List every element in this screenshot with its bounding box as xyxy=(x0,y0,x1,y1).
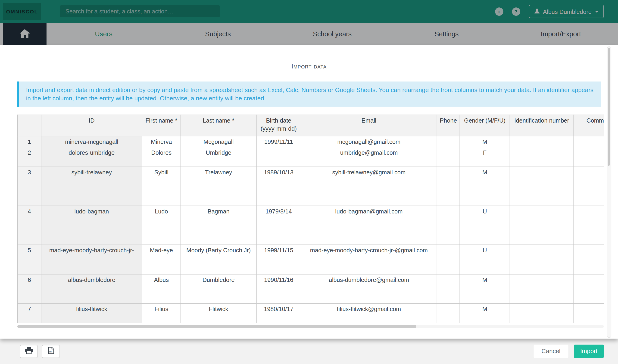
cell-last-name[interactable]: Trelawney xyxy=(181,167,256,206)
cell-email[interactable]: mad-eye-moody-barty-crouch-jr-@gmail.com xyxy=(301,245,437,274)
table-row: 7 filius-flitwick Filius Flitwick 1980/1… xyxy=(18,303,604,323)
cell-gender[interactable]: M xyxy=(460,274,510,303)
cell-email[interactable]: umbridge@gmail.com xyxy=(301,147,437,167)
col-header-birth-date[interactable]: Birth date (yyyy-mm-dd) xyxy=(256,115,301,136)
cell-identification-number[interactable] xyxy=(510,303,574,323)
footer-right-actions: Cancel Import xyxy=(534,345,604,358)
info-alert: Import and export data in direct edition… xyxy=(17,81,601,107)
cell-comment[interactable] xyxy=(574,303,604,323)
horizontal-scrollbar[interactable] xyxy=(17,325,604,328)
cell-last-name[interactable]: Mcgonagall xyxy=(181,136,256,147)
cell-identification-number[interactable] xyxy=(510,147,574,167)
cell-birth-date[interactable]: 1990/11/16 xyxy=(256,274,301,303)
cell-birth-date[interactable]: 1980/10/17 xyxy=(256,303,301,323)
cell-birth-date[interactable]: 1999/11/15 xyxy=(256,245,301,274)
cell-email[interactable]: sybill-trelawney@gmail.com xyxy=(301,167,437,206)
col-header-id[interactable]: ID xyxy=(41,115,142,136)
cell-id[interactable]: minerva-mcgonagall xyxy=(41,136,142,147)
cell-last-name[interactable]: Bagman xyxy=(181,206,256,245)
cell-email[interactable]: albus-dumbledore@gmail.com xyxy=(301,274,437,303)
cell-identification-number[interactable] xyxy=(510,274,574,303)
horizontal-scrollbar-thumb[interactable] xyxy=(17,325,416,328)
csv-file-icon: csv xyxy=(48,347,54,355)
vertical-scrollbar[interactable] xyxy=(607,47,611,338)
col-header-last-name[interactable]: Last name * xyxy=(181,115,256,136)
cancel-button[interactable]: Cancel xyxy=(534,345,568,358)
table-row: 5 mad-eye-moody-barty-crouch-jr- Mad-eye… xyxy=(18,245,604,274)
cell-phone[interactable] xyxy=(437,167,460,206)
col-header-email[interactable]: Email xyxy=(301,115,437,136)
col-header-phone[interactable]: Phone xyxy=(437,115,460,136)
cell-gender[interactable]: U xyxy=(460,206,510,245)
cell-birth-date[interactable] xyxy=(256,147,301,167)
cell-id[interactable]: ludo-bagman xyxy=(41,206,142,245)
cell-comment[interactable] xyxy=(574,206,604,245)
cell-phone[interactable] xyxy=(437,147,460,167)
cell-id[interactable]: mad-eye-moody-barty-crouch-jr- xyxy=(41,245,142,274)
cell-first-name[interactable]: Filius xyxy=(142,303,181,323)
row-number-cell[interactable]: 3 xyxy=(18,167,41,206)
row-number-cell[interactable]: 7 xyxy=(18,303,41,323)
cell-id[interactable]: dolores-umbridge xyxy=(41,147,142,167)
cell-identification-number[interactable] xyxy=(510,167,574,206)
cell-id[interactable]: albus-dumbledore xyxy=(41,274,142,303)
import-table: ID First name * Last name * Birth date (… xyxy=(17,115,604,324)
cell-phone[interactable] xyxy=(437,274,460,303)
row-number-cell[interactable]: 2 xyxy=(18,147,41,167)
cell-first-name[interactable]: Albus xyxy=(142,274,181,303)
header-row: ID First name * Last name * Birth date (… xyxy=(18,115,604,136)
cell-first-name[interactable]: Ludo xyxy=(142,206,181,245)
table-row: 1 minerva-mcgonagall Minerva Mcgonagall … xyxy=(18,136,604,147)
col-header-gender[interactable]: Gender (M/F/U) xyxy=(460,115,510,136)
printer-icon xyxy=(25,347,32,355)
vertical-scrollbar-thumb[interactable] xyxy=(608,48,610,166)
cell-identification-number[interactable] xyxy=(510,136,574,147)
cell-last-name[interactable]: Moody (Barty Crouch Jr) xyxy=(181,245,256,274)
col-header-identification-number[interactable]: Identification number xyxy=(510,115,574,136)
cell-email[interactable]: filius-flitwick@gmail.com xyxy=(301,303,437,323)
cell-first-name[interactable]: Dolores xyxy=(142,147,181,167)
cell-last-name[interactable]: Umbridge xyxy=(181,147,256,167)
cell-phone[interactable] xyxy=(437,136,460,147)
import-button[interactable]: Import xyxy=(574,345,604,358)
cell-comment[interactable] xyxy=(574,167,604,206)
cell-phone[interactable] xyxy=(437,303,460,323)
footer-left-actions: csv xyxy=(20,345,60,358)
cell-gender[interactable]: M xyxy=(460,136,510,147)
cell-phone[interactable] xyxy=(437,206,460,245)
cell-id[interactable]: filius-flitwick xyxy=(41,303,142,323)
cell-birth-date[interactable]: 1979/8/14 xyxy=(256,206,301,245)
cell-comment[interactable] xyxy=(574,136,604,147)
row-number-cell[interactable]: 6 xyxy=(18,274,41,303)
cell-comment[interactable] xyxy=(574,245,604,274)
cell-identification-number[interactable] xyxy=(510,206,574,245)
row-number-cell[interactable]: 5 xyxy=(18,245,41,274)
row-number-cell[interactable]: 4 xyxy=(18,206,41,245)
col-header-comment[interactable]: Comment xyxy=(574,115,604,136)
cell-id[interactable]: sybill-trelawney xyxy=(41,167,142,206)
cell-email[interactable]: ludo-bagman@gmail.com xyxy=(301,206,437,245)
cell-phone[interactable] xyxy=(437,245,460,274)
cell-first-name[interactable]: Mad-eye xyxy=(142,245,181,274)
cell-gender[interactable]: M xyxy=(460,167,510,206)
print-button[interactable] xyxy=(20,345,38,358)
row-number-cell[interactable]: 1 xyxy=(18,136,41,147)
cell-gender[interactable]: U xyxy=(460,245,510,274)
cell-comment[interactable] xyxy=(574,274,604,303)
cell-birth-date[interactable]: 1999/11/11 xyxy=(256,136,301,147)
cell-gender[interactable]: F xyxy=(460,147,510,167)
col-header-first-name[interactable]: First name * xyxy=(142,115,181,136)
table-row: 2 dolores-umbridge Dolores Umbridge umbr… xyxy=(18,147,604,167)
cell-birth-date[interactable]: 1989/10/13 xyxy=(256,167,301,206)
import-data-modal: Import data Import and export data in di… xyxy=(0,45,618,339)
cell-first-name[interactable]: Sybill xyxy=(142,167,181,206)
cell-identification-number[interactable] xyxy=(510,245,574,274)
cell-comment[interactable] xyxy=(574,147,604,167)
cell-first-name[interactable]: Minerva xyxy=(142,136,181,147)
cell-email[interactable]: mcgonagall@gmail.com xyxy=(301,136,437,147)
cell-gender[interactable]: M xyxy=(460,303,510,323)
export-csv-button[interactable]: csv xyxy=(42,345,60,358)
corner-header[interactable] xyxy=(18,115,41,136)
cell-last-name[interactable]: Dumbledore xyxy=(181,274,256,303)
cell-last-name[interactable]: Flitwick xyxy=(181,303,256,323)
